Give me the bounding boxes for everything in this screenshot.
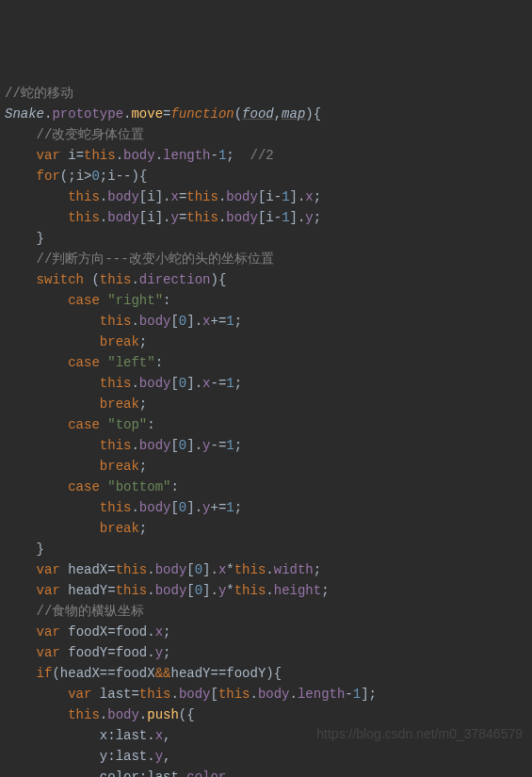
var: last (100, 687, 132, 702)
param: food (242, 106, 274, 121)
keyword: case (68, 293, 100, 308)
keyword: break (100, 334, 139, 349)
this: this (68, 189, 100, 204)
code-editor[interactable]: //蛇的移动 Snake.prototype.move=function(foo… (0, 83, 532, 777)
method: move (131, 106, 163, 121)
watermark: https://blog.csdn.net/m0_37846579 (316, 723, 523, 744)
comment: //判断方向---改变小蛇的头的坐标位置 (37, 251, 274, 267)
comment: //2 (250, 148, 274, 163)
property: body (107, 189, 139, 204)
comment: //食物的横纵坐标 (37, 604, 145, 619)
var: i (76, 169, 84, 184)
property: body (123, 148, 155, 163)
this: this (84, 148, 116, 163)
var: headY (68, 583, 107, 598)
var: headX (68, 562, 107, 577)
keyword: switch (37, 272, 84, 287)
keyword: function (170, 106, 234, 121)
property: prototype (52, 106, 123, 121)
comment: //蛇的移动 (5, 86, 73, 101)
property: length (163, 148, 210, 163)
var: foodX (68, 624, 107, 639)
var: i (68, 148, 75, 163)
var: foodY (68, 645, 107, 660)
keyword: if (37, 666, 53, 681)
param: map (282, 106, 305, 121)
class-name: Snake (5, 106, 44, 121)
number: 0 (91, 169, 99, 184)
keyword: var (37, 148, 60, 163)
string: "right" (107, 293, 163, 308)
keyword: for (37, 169, 60, 184)
comment: //改变蛇身体位置 (37, 127, 145, 142)
